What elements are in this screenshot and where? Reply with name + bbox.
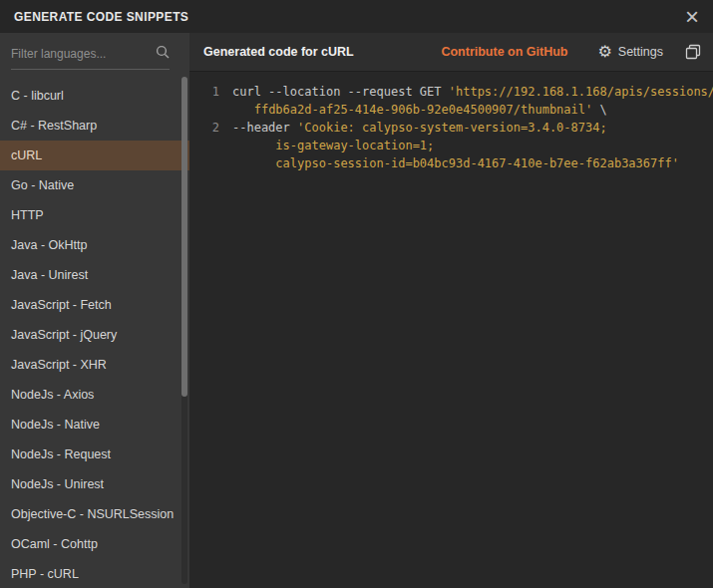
- line-number: 2: [189, 119, 219, 137]
- code-line: --header 'Cookie: calypso-system-version…: [232, 119, 607, 137]
- search-icon: [156, 45, 170, 63]
- copy-button[interactable]: [685, 44, 701, 60]
- copy-icon: [685, 44, 701, 60]
- generated-code-title: Generated code for cURL: [203, 45, 441, 59]
- code-panel: Generated code for cURL Contribute on Gi…: [189, 33, 713, 588]
- sidebar-item-nodejs-axios[interactable]: NodeJs - Axios: [0, 380, 189, 410]
- line-number: [189, 154, 219, 172]
- sidebar-item-nodejs-native[interactable]: NodeJs - Native: [0, 410, 189, 440]
- close-icon[interactable]: ×: [685, 7, 699, 27]
- sidebar-item-http[interactable]: HTTP: [0, 200, 189, 230]
- settings-button[interactable]: ⚙ Settings: [597, 44, 663, 60]
- sidebar-item-ocaml-cohttp[interactable]: OCaml - Cohttp: [0, 529, 189, 559]
- code-panel-header: Generated code for cURL Contribute on Gi…: [189, 33, 713, 72]
- settings-label: Settings: [618, 45, 663, 59]
- line-number: 1: [189, 83, 219, 101]
- code-line: ffdb6a2d-af25-414e-906b-92e0e4500907/thu…: [232, 101, 607, 119]
- filter-languages-input[interactable]: [11, 47, 152, 61]
- language-sidebar: C - libcurlC# - RestSharpcURLGo - Native…: [0, 33, 189, 588]
- code-line: curl --location --request GET 'https://1…: [232, 83, 713, 101]
- sidebar-item-nodejs-unirest[interactable]: NodeJs - Unirest: [0, 469, 189, 499]
- sidebar-scrollbar-thumb[interactable]: [181, 77, 187, 397]
- sidebar-item-javascript-jquery[interactable]: JavaScript - jQuery: [0, 320, 189, 350]
- code-line: is-gateway-location=1;: [232, 137, 434, 154]
- sidebar-item-javascript-fetch[interactable]: JavaScript - Fetch: [0, 290, 189, 320]
- sidebar-item-nodejs-request[interactable]: NodeJs - Request: [0, 440, 189, 469]
- line-number: [189, 137, 219, 154]
- gear-icon: ⚙: [597, 44, 611, 60]
- generate-code-snippets-dialog: GENERATE CODE SNIPPETS × C - libcurlC# -…: [0, 0, 713, 588]
- code-block: 1curl --location --request GET 'https://…: [189, 72, 713, 588]
- sidebar-item-c-libcurl[interactable]: C - libcurl: [0, 81, 189, 111]
- sidebar-item-java-okhttp[interactable]: Java - OkHttp: [0, 230, 189, 260]
- sidebar-item-go-native[interactable]: Go - Native: [0, 170, 189, 200]
- sidebar-item-php-curl[interactable]: PHP - cURL: [0, 559, 189, 588]
- dialog-title: GENERATE CODE SNIPPETS: [14, 10, 188, 24]
- dialog-titlebar: GENERATE CODE SNIPPETS ×: [0, 0, 713, 33]
- dialog-body: C - libcurlC# - RestSharpcURLGo - Native…: [0, 33, 713, 588]
- sidebar-item-java-unirest[interactable]: Java - Unirest: [0, 260, 189, 290]
- line-number: [189, 101, 219, 119]
- code-line: calypso-session-id=b04bc93d-4167-410e-b7…: [232, 154, 679, 172]
- sidebar-item-curl[interactable]: cURL: [0, 141, 189, 170]
- sidebar-item-objective-c-nsurlsession[interactable]: Objective-C - NSURLSession: [0, 499, 189, 529]
- contribute-on-github-link[interactable]: Contribute on GitHub: [441, 45, 567, 59]
- sidebar-item-c-restsharp[interactable]: C# - RestSharp: [0, 111, 189, 141]
- filter-container: [0, 33, 189, 74]
- sidebar-item-javascript-xhr[interactable]: JavaScript - XHR: [0, 350, 189, 380]
- sidebar-scrollbar: [181, 77, 187, 584]
- language-list: C - libcurlC# - RestSharpcURLGo - Native…: [0, 74, 189, 588]
